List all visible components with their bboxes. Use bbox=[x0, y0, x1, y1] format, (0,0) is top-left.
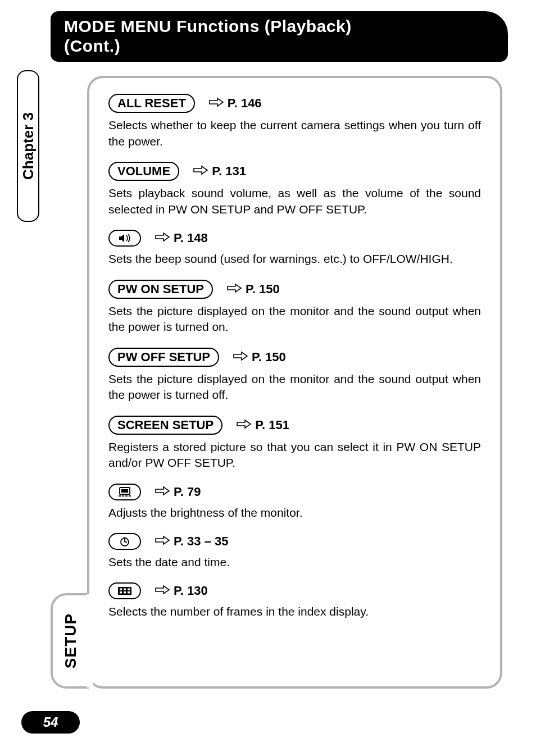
page-ref: P. 130 bbox=[155, 584, 208, 598]
page-number-badge: 54 bbox=[21, 711, 80, 734]
hand-icon bbox=[193, 164, 208, 179]
page-ref-text: P. 151 bbox=[255, 418, 289, 432]
page-ref-text: P. 148 bbox=[174, 231, 208, 245]
svg-rect-12 bbox=[124, 591, 126, 594]
page-ref-text: P. 79 bbox=[174, 485, 201, 499]
svg-rect-3 bbox=[122, 495, 124, 497]
menu-item: SCREEN SETUP P. 151 Registers a stored p… bbox=[108, 416, 481, 471]
menu-item: PW ON SETUP P. 150 Sets the picture disp… bbox=[108, 280, 481, 335]
menu-pill-brightness bbox=[108, 484, 141, 500]
page-ref: P. 148 bbox=[155, 231, 208, 245]
menu-item-desc: Sets the picture displayed on the monito… bbox=[108, 303, 481, 335]
menu-item-head: PW OFF SETUP P. 150 bbox=[108, 348, 481, 367]
chapter-tab: Chapter 3 bbox=[17, 70, 39, 222]
menu-item: PW OFF SETUP P. 150 Sets the picture dis… bbox=[108, 348, 481, 403]
svg-rect-9 bbox=[124, 589, 126, 591]
menu-pill-datetime bbox=[108, 533, 141, 550]
menu-item-desc: Sets the beep sound (used for warnings. … bbox=[108, 251, 481, 267]
page-ref: P. 79 bbox=[155, 485, 201, 499]
hand-icon bbox=[155, 485, 170, 499]
svg-rect-4 bbox=[125, 495, 128, 497]
menu-item: P. 148 Sets the beep sound (used for war… bbox=[108, 230, 481, 267]
menu-item-head: SCREEN SETUP P. 151 bbox=[108, 416, 481, 435]
page-title-line1: MODE MENU Functions (Playback) bbox=[64, 17, 352, 35]
svg-rect-2 bbox=[119, 495, 121, 497]
svg-rect-7 bbox=[118, 587, 131, 595]
page-ref-text: P. 150 bbox=[252, 350, 286, 365]
menu-item: P. 130 Selects the number of frames in t… bbox=[108, 582, 481, 620]
menu-item-head: VOLUME P. 131 bbox=[108, 162, 481, 181]
menu-item: ALL RESET P. 146 Selects whether to keep… bbox=[108, 94, 481, 149]
page-ref-text: P. 33 – 35 bbox=[174, 534, 228, 549]
svg-rect-11 bbox=[120, 591, 122, 594]
menu-item-desc: Sets the date and time. bbox=[108, 554, 481, 570]
hand-icon bbox=[208, 96, 224, 111]
page-title-line2: (Cont.) bbox=[64, 37, 120, 55]
page-ref-text: P. 150 bbox=[246, 282, 280, 297]
svg-rect-10 bbox=[128, 589, 130, 591]
menu-item-head: PW ON SETUP P. 150 bbox=[108, 280, 481, 299]
page-ref: P. 33 – 35 bbox=[155, 534, 228, 549]
content-card: ALL RESET P. 146 Selects whether to keep… bbox=[87, 76, 502, 689]
hand-icon bbox=[226, 282, 242, 297]
menu-pill-volume: VOLUME bbox=[108, 162, 179, 181]
monitor-brightness-icon bbox=[117, 487, 132, 497]
page-ref: P. 150 bbox=[226, 282, 280, 297]
menu-pill-pw-on-setup: PW ON SETUP bbox=[108, 280, 213, 299]
menu-pill-pw-off-setup: PW OFF SETUP bbox=[108, 348, 219, 367]
page-ref-text: P. 131 bbox=[212, 164, 246, 179]
page-ref-text: P. 146 bbox=[228, 96, 262, 111]
index-grid-icon bbox=[117, 586, 132, 595]
chapter-tab-label: Chapter 3 bbox=[20, 112, 37, 180]
clock-icon bbox=[119, 536, 130, 546]
beep-icon bbox=[118, 234, 131, 243]
menu-item-desc: Sets playback sound volume, as well as t… bbox=[108, 185, 481, 217]
menu-item-desc: Registers a stored picture so that you c… bbox=[108, 439, 481, 471]
menu-pill-beep bbox=[108, 230, 141, 247]
menu-item-desc: Selects the number of frames in the inde… bbox=[108, 604, 481, 620]
menu-pill-screen-setup: SCREEN SETUP bbox=[108, 416, 222, 435]
page-ref: P. 131 bbox=[193, 164, 246, 179]
menu-item-head: P. 79 bbox=[108, 484, 481, 500]
menu-item: VOLUME P. 131 Sets playback sound volume… bbox=[108, 162, 481, 217]
hand-icon bbox=[155, 534, 170, 549]
hand-icon bbox=[155, 584, 170, 598]
menu-item-head: ALL RESET P. 146 bbox=[108, 94, 481, 113]
hand-icon bbox=[236, 418, 252, 432]
hand-icon bbox=[233, 350, 248, 365]
svg-rect-13 bbox=[128, 591, 130, 594]
svg-rect-8 bbox=[120, 589, 122, 591]
setup-tab-label: SETUP bbox=[62, 613, 80, 668]
svg-rect-1 bbox=[121, 489, 128, 493]
svg-rect-5 bbox=[129, 495, 131, 497]
menu-pill-all-reset: ALL RESET bbox=[108, 94, 195, 113]
page-ref-text: P. 130 bbox=[174, 584, 208, 598]
page-ref: P. 146 bbox=[208, 96, 262, 111]
menu-item: P. 33 – 35 Sets the date and time. bbox=[108, 533, 481, 570]
setup-tab: SETUP bbox=[51, 593, 89, 689]
hand-icon bbox=[155, 231, 170, 245]
menu-item-desc: Selects whether to keep the current came… bbox=[108, 117, 481, 149]
menu-item-head: P. 148 bbox=[108, 230, 481, 247]
setup-tab-join bbox=[87, 594, 93, 687]
menu-item-head: P. 130 bbox=[108, 582, 481, 599]
menu-item: P. 79 Adjusts the brightness of the moni… bbox=[108, 484, 481, 521]
page-title: MODE MENU Functions (Playback) (Cont.) bbox=[64, 17, 494, 56]
menu-pill-index bbox=[108, 582, 141, 599]
menu-item-desc: Adjusts the brightness of the monitor. bbox=[108, 505, 481, 521]
page-ref: P. 150 bbox=[233, 350, 286, 365]
menu-item-head: P. 33 – 35 bbox=[108, 533, 481, 550]
page-header: MODE MENU Functions (Playback) (Cont.) bbox=[51, 11, 508, 62]
page-number: 54 bbox=[43, 714, 58, 730]
menu-item-desc: Sets the picture displayed on the monito… bbox=[108, 371, 481, 403]
page-ref: P. 151 bbox=[236, 418, 289, 432]
